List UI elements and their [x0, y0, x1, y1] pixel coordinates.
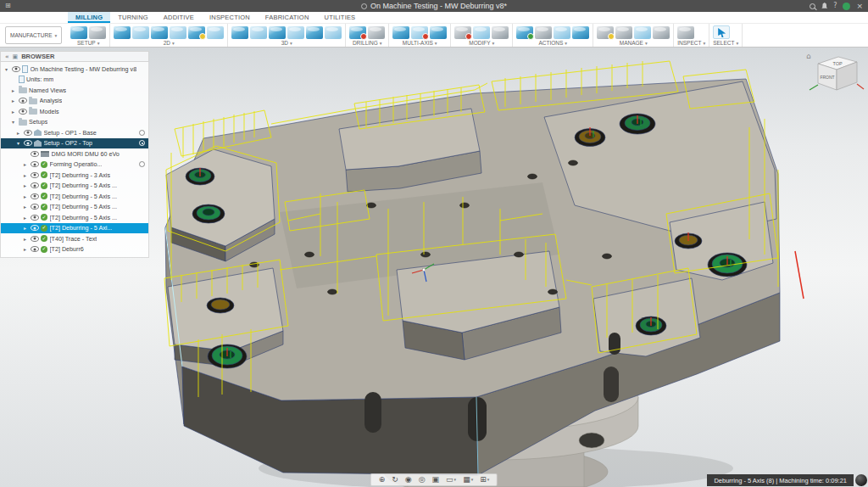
post-library-icon[interactable] — [653, 26, 670, 39]
contour-icon[interactable] — [306, 26, 323, 39]
browser-item-deburring-5axis-1[interactable]: [T2] Deburring - 5 Axis ... — [1, 181, 148, 192]
visibility-eye-icon[interactable] — [24, 140, 32, 146]
visibility-eye-icon[interactable] — [31, 172, 39, 178]
group-label-select[interactable]: SELECT▾ — [713, 39, 738, 46]
expand-arrow-icon[interactable] — [15, 140, 21, 146]
expand-arrow-icon[interactable] — [22, 182, 28, 188]
active-setup-radio[interactable] — [139, 140, 145, 146]
browser-item-deburring-5axis-3[interactable]: [T2] Deburring - 5 Axis ... — [1, 202, 148, 213]
orbit-icon[interactable] — [392, 473, 398, 486]
drill-icon[interactable] — [349, 26, 366, 39]
select-cursor-icon[interactable] — [713, 25, 730, 39]
simulate-icon[interactable] — [516, 26, 533, 39]
home-icon[interactable]: ⌂ — [806, 52, 811, 60]
notifications-bell-icon[interactable] — [821, 3, 827, 9]
flow-icon[interactable] — [430, 26, 447, 39]
expand-arrow-icon[interactable] — [22, 236, 28, 242]
browser-item-deburring-5axis-selected[interactable]: [T2] Deburring - 5 Axi... — [1, 223, 148, 234]
expand-arrow-icon[interactable] — [22, 215, 28, 221]
help-icon[interactable]: ? — [833, 0, 837, 12]
2d-pocket-icon[interactable] — [132, 26, 149, 39]
tab-utilities[interactable]: UTILITIES — [317, 12, 364, 23]
fit-view-icon[interactable] — [432, 473, 440, 486]
browser-item-analysis[interactable]: Analysis — [1, 96, 148, 107]
expand-arrow-icon[interactable] — [22, 193, 28, 199]
display-settings-icon[interactable]: ▾ — [446, 473, 456, 486]
browser-item-forming-operation[interactable]: Forming Operatio... — [1, 160, 148, 171]
expand-arrow-icon[interactable] — [10, 87, 16, 93]
post-process-icon[interactable] — [535, 26, 552, 39]
machine-library-icon[interactable] — [634, 26, 651, 39]
look-at-icon[interactable] — [405, 473, 412, 486]
linking-icon[interactable] — [492, 26, 509, 39]
search-icon[interactable] — [810, 3, 815, 9]
browser-item-setups[interactable]: Setups — [1, 117, 148, 128]
pocket-clearing-icon[interactable] — [250, 26, 267, 39]
generate-icon[interactable] — [572, 26, 589, 39]
group-label-inspect[interactable]: INSPECT▾ — [677, 39, 705, 46]
viewcube[interactable]: ⌂ TOP FRONT — [803, 48, 865, 108]
browser-header[interactable]: « ▣ BROWSER — [0, 51, 149, 62]
active-setup-radio[interactable] — [139, 130, 145, 136]
radial-icon[interactable] — [325, 26, 342, 39]
visibility-eye-icon[interactable] — [19, 98, 27, 104]
group-label-manage[interactable]: MANAGE▾ — [597, 39, 670, 46]
pan-icon[interactable] — [379, 473, 386, 486]
group-label-setup[interactable]: SETUP▾ — [70, 39, 106, 46]
visibility-eye-icon[interactable] — [19, 109, 27, 115]
trace-icon[interactable] — [207, 26, 224, 39]
bore-icon[interactable] — [368, 26, 385, 39]
browser-item-deburring-5axis-4[interactable]: [T2] Deburring - 5 Axis ... — [1, 212, 148, 223]
tab-additive[interactable]: ADDITIVE — [156, 12, 202, 23]
tab-milling[interactable]: MILLING — [68, 12, 110, 23]
group-label-modify[interactable]: MODIFY▾ — [454, 39, 509, 46]
expand-arrow-icon[interactable] — [15, 130, 21, 136]
browser-item-named-views[interactable]: Named Views — [1, 85, 148, 96]
swarf-icon[interactable] — [392, 26, 409, 39]
visibility-eye-icon[interactable] — [24, 130, 32, 136]
visibility-eye-icon[interactable] — [31, 204, 39, 210]
tab-turning[interactable]: TURNING — [110, 12, 156, 23]
group-label-2d[interactable]: 2D▾ — [114, 39, 224, 46]
tool-library-icon[interactable] — [597, 26, 614, 39]
operation-radio[interactable] — [139, 161, 145, 167]
group-label-multiaxis[interactable]: MULTI-AXIS▾ — [392, 39, 447, 46]
visibility-eye-icon[interactable] — [31, 215, 39, 221]
expand-arrow-icon[interactable] — [22, 246, 28, 252]
visibility-eye-icon[interactable] — [31, 246, 39, 252]
collapse-panel-icon[interactable]: « — [5, 53, 9, 60]
face-icon[interactable] — [151, 26, 168, 39]
browser-item-root[interactable]: On Machine Testing - MW Deburring v8 — [1, 64, 148, 75]
zoom-icon[interactable] — [419, 473, 426, 486]
visibility-eye-icon[interactable] — [31, 151, 39, 157]
task-manager-icon[interactable] — [615, 26, 632, 39]
tab-fabrication[interactable]: FABRICATION — [258, 12, 317, 23]
group-label-actions[interactable]: ACTIONS▾ — [516, 39, 589, 46]
new-setup-icon[interactable] — [70, 26, 87, 39]
expand-arrow-icon[interactable] — [22, 225, 28, 231]
expand-arrow-icon[interactable] — [22, 204, 28, 210]
browser-item-setup-op1[interactable]: Setup - OP1 - Base — [1, 127, 148, 138]
new-folder-icon[interactable] — [89, 26, 106, 39]
expand-arrow-icon[interactable] — [22, 172, 28, 178]
profile-avatar[interactable] — [843, 3, 850, 10]
multiaxis-contour-icon[interactable] — [411, 26, 428, 39]
visibility-eye-icon[interactable] — [31, 182, 39, 188]
browser-item-models[interactable]: Models — [1, 106, 148, 117]
steep-and-shallow-icon[interactable] — [269, 26, 286, 39]
browser-item-deburr6[interactable]: [T2] Deburr6 — [1, 244, 148, 255]
adaptive-clearing-icon[interactable] — [231, 26, 248, 39]
viewports-icon[interactable]: ▾ — [480, 473, 489, 486]
expand-arrow-icon[interactable] — [10, 98, 16, 104]
browser-item-trace-text[interactable]: [T40] Trace - Text — [1, 233, 148, 244]
tab-inspection[interactable]: INSPECTION — [202, 12, 258, 23]
browser-item-units[interactable]: Units: mm — [1, 75, 148, 86]
browser-item-deburring-3axis[interactable]: [T2] Deburring - 3 Axis — [1, 170, 148, 181]
close-window-icon[interactable]: × — [856, 0, 863, 12]
2d-contour-icon[interactable] — [170, 26, 186, 39]
grid-settings-icon[interactable]: ▾ — [463, 473, 473, 486]
workspace-switcher-button[interactable]: MANUFACTURE ▾ — [5, 26, 62, 44]
browser-item-machine[interactable]: DMG MORI DMU 60 eVo — [1, 148, 148, 160]
app-grid-icon[interactable]: ⊞ — [5, 0, 11, 12]
document-title[interactable]: On Machine Testing - MW Deburring v8* — [361, 2, 507, 10]
